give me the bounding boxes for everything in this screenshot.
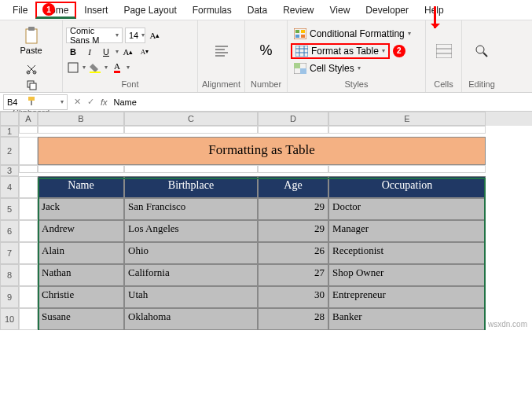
border-button[interactable] [66,61,80,75]
align-icon[interactable] [214,43,229,59]
font-size-combo[interactable]: 14▾ [125,28,145,43]
tab-data[interactable]: Data [240,2,275,19]
table-cell[interactable]: Shop Owner [328,264,486,286]
enter-formula-button[interactable]: ✓ [87,97,94,107]
underline-button[interactable]: U [99,45,113,59]
bold-button[interactable]: B [66,45,80,59]
svg-rect-0 [26,29,37,43]
table-cell[interactable]: California [124,264,258,286]
copy-button[interactable] [24,78,39,92]
chevron-down-icon: ▾ [141,31,145,39]
row-header[interactable]: 6 [0,220,19,242]
chevron-down-icon: ▾ [83,64,86,71]
svg-rect-19 [295,46,308,57]
formula-bar-input[interactable]: Name [114,97,137,107]
table-header[interactable]: Birthplace [124,176,258,198]
percent-icon[interactable]: % [259,42,272,59]
table-cell[interactable]: 29 [258,220,328,242]
table-cell[interactable]: San Francisco [124,198,258,220]
table-cell[interactable]: Entrepreneur [328,286,486,308]
col-header-E[interactable]: E [328,112,486,126]
svg-rect-17 [295,35,299,38]
group-number: % Number [245,20,288,92]
table-cell[interactable]: 29 [258,198,328,220]
tab-file[interactable]: File [5,2,35,19]
col-header-A[interactable]: A [19,112,38,126]
table-cell[interactable]: 27 [258,264,328,286]
chevron-down-icon: ▾ [127,64,130,71]
increase-font-button2[interactable]: A▴ [121,45,135,59]
tab-review[interactable]: Review [275,2,321,19]
svg-point-30 [476,46,484,53]
row-header[interactable]: 4 [0,176,19,198]
svg-rect-8 [68,63,78,72]
group-label-cells: Cells [429,79,458,90]
format-as-table-button[interactable]: Format as Table▾ [291,43,390,59]
paste-button[interactable]: Paste [17,22,46,60]
table-cell[interactable]: Nathan [38,264,124,286]
table-cell[interactable]: Christie [38,286,124,308]
table-cell[interactable]: 26 [258,242,328,264]
row-header[interactable]: 9 [0,286,19,308]
tab-formulas[interactable]: Formulas [185,2,240,19]
table-cell[interactable]: Los Angeles [124,220,258,242]
table-cell[interactable]: Banker [328,308,486,330]
font-name-combo[interactable]: Comic Sans M▾ [66,28,123,43]
tab-insert[interactable]: Insert [76,2,116,19]
table-cell[interactable]: Utah [124,286,258,308]
row-header[interactable]: 10 [0,308,19,330]
italic-button[interactable]: I [83,45,97,59]
row-header[interactable]: 5 [0,198,19,220]
select-all-corner[interactable] [0,112,19,126]
tab-page-layout[interactable]: Page Layout [116,2,184,19]
fx-icon[interactable]: fx [101,97,108,107]
table-header[interactable]: Name [38,176,124,198]
col-header-C[interactable]: C [124,112,258,126]
worksheet-grid[interactable]: A B C D E 1 2Formatting as Table 3 4 Nam… [0,112,532,330]
name-box[interactable]: B4▾ [3,94,68,110]
row-header[interactable]: 2 [0,137,19,165]
row-header[interactable]: 3 [0,165,19,176]
row-header[interactable]: 1 [0,126,19,137]
table-header[interactable]: Occupation [328,176,486,198]
table-cell[interactable]: Manager [328,220,486,242]
group-clipboard: Paste Clipboard [0,20,63,92]
table-header[interactable]: Age [258,176,328,198]
chevron-down-icon: ▾ [116,48,119,55]
fill-color-button[interactable] [88,61,102,75]
row-header[interactable]: 8 [0,264,19,286]
group-label-font: Font [66,79,194,90]
cut-button[interactable] [24,62,39,76]
table-cell[interactable]: Oklahoma [124,308,258,330]
table-cell[interactable]: 28 [258,308,328,330]
font-color-button[interactable]: A [110,61,124,75]
table-cell[interactable]: Andrew [38,220,124,242]
table-cell[interactable]: Susane [38,308,124,330]
table-cell[interactable]: Receptionist [328,242,486,264]
table-cell[interactable]: 30 [258,286,328,308]
tab-developer[interactable]: Developer [358,2,416,19]
table-cell[interactable]: Jack [38,198,124,220]
group-label-styles: Styles [291,79,422,90]
group-font: Comic Sans M▾ 14▾ A▴ B I U ▾ A▴ A▾ ▾ ▾ A… [63,20,198,92]
decrease-font-button[interactable]: A▾ [138,45,152,59]
annotation-2: 2 [393,45,405,57]
svg-line-31 [483,53,487,57]
col-header-D[interactable]: D [258,112,328,126]
tab-view[interactable]: View [322,2,358,19]
editing-icon[interactable] [475,44,489,58]
table-cell[interactable]: Ohio [124,242,258,264]
col-header-B[interactable]: B [38,112,124,126]
cancel-formula-button[interactable]: ✕ [74,97,81,107]
cells-icon[interactable] [436,44,452,58]
increase-font-button[interactable]: A▴ [148,28,162,42]
row-header[interactable]: 7 [0,242,19,264]
conditional-formatting-button[interactable]: Conditional Formatting▾ [291,26,422,42]
title-cell[interactable]: Formatting as Table [38,137,486,165]
paste-label: Paste [20,46,42,55]
tab-bar: File Home Insert Page Layout Formulas Da… [0,0,532,20]
table-cell[interactable]: Alain [38,242,124,264]
group-alignment: Alignment [198,20,245,92]
table-cell[interactable]: Doctor [328,198,486,220]
cell-styles-button[interactable]: Cell Styles▾ [291,61,422,76]
